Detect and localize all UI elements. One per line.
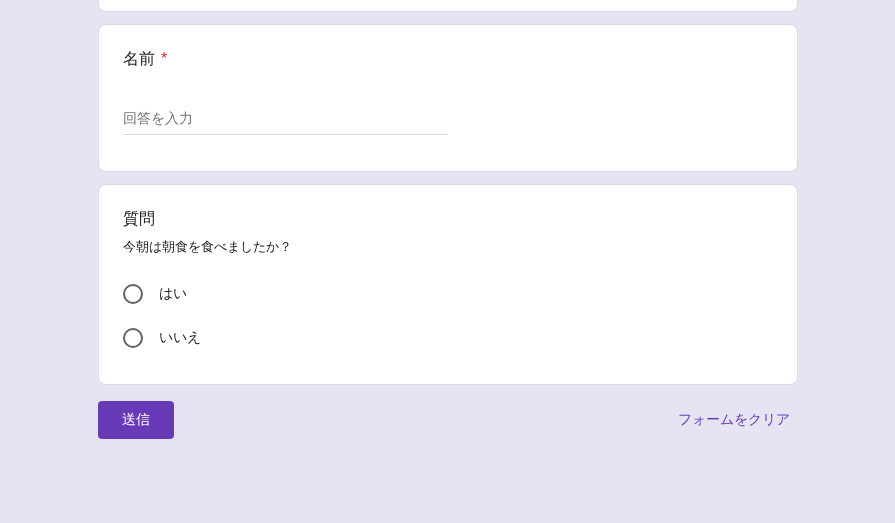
clear-form-button[interactable]: フォームをクリア [670,403,798,437]
question-title: 名前 * [123,49,773,70]
radio-circle-icon [123,328,143,348]
previous-card-bottom [98,0,798,12]
form-actions: 送信 フォームをクリア [98,401,798,455]
question-title-text: 質問 [123,210,155,227]
question-card-question: 質問 今朝は朝食を食べましたか？ はい いいえ [98,184,798,385]
name-input[interactable] [123,102,448,135]
radio-circle-icon [123,284,143,304]
radio-option-no[interactable]: いいえ [123,316,773,360]
form-container: 名前 * 質問 今朝は朝食を食べましたか？ はい いいえ 送信 フォームをクリア [48,0,848,455]
question-description: 今朝は朝食を食べましたか？ [123,238,773,256]
radio-label: いいえ [159,329,201,347]
question-title-text: 名前 [123,50,155,67]
question-title: 質問 [123,209,773,230]
radio-label: はい [159,285,187,303]
submit-button[interactable]: 送信 [98,401,174,439]
radio-option-yes[interactable]: はい [123,272,773,316]
radio-group: はい いいえ [123,272,773,360]
required-asterisk-icon: * [161,50,167,67]
question-card-name: 名前 * [98,24,798,172]
